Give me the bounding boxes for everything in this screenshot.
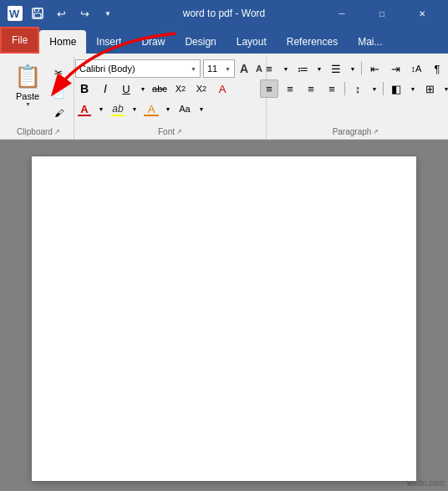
tab-file[interactable]: File <box>0 27 39 54</box>
para-separator2 <box>344 82 345 95</box>
svg-rect-4 <box>34 13 41 18</box>
font-label: Font ↗ <box>158 125 182 139</box>
tab-insert[interactable]: Insert <box>86 30 131 54</box>
paragraph-label: Paragraph ↗ <box>333 125 379 139</box>
align-left-button[interactable]: ≡ <box>260 79 278 98</box>
paragraph-expand-icon[interactable]: ↗ <box>373 128 379 136</box>
font-grow-button[interactable]: A <box>237 60 251 77</box>
numbered-list-dropdown[interactable]: ▼ <box>314 59 324 78</box>
font-name-dropdown-icon: ▼ <box>191 66 196 72</box>
copy-button[interactable]: 📄 <box>48 84 69 102</box>
title-bar: W ↩ ↪ ▼ word to pdf - Word ─ □ ✕ <box>0 0 448 27</box>
cut-button[interactable]: ✂ <box>48 64 69 82</box>
paste-icon: 📋 <box>14 64 41 90</box>
shading-button[interactable]: ◧ <box>387 79 405 98</box>
bullet-list-dropdown[interactable]: ▼ <box>281 59 291 78</box>
svg-rect-5 <box>35 9 38 12</box>
title-bar-controls: ─ □ ✕ <box>323 0 441 27</box>
case-button[interactable]: Aa <box>176 100 194 118</box>
clipboard-section: 📋 Paste ▼ ✂ 📄 🖌 Clipboard ↗ <box>3 57 74 139</box>
font-size-select[interactable]: 11 ▼ <box>203 59 235 78</box>
tab-mailings[interactable]: Mai... <box>348 30 392 54</box>
align-center-button[interactable]: ≡ <box>281 79 299 98</box>
italic-button[interactable]: I <box>96 79 115 98</box>
font-expand-icon[interactable]: ↗ <box>176 128 182 136</box>
document-page[interactable] <box>32 156 416 481</box>
underline-button[interactable]: U <box>117 79 135 98</box>
word-icon: W <box>7 5 23 22</box>
show-marks-button[interactable]: ¶ <box>428 59 446 78</box>
case-dropdown[interactable]: ▼ <box>196 100 206 118</box>
tab-layout[interactable]: Layout <box>227 30 277 54</box>
highlight-dropdown[interactable]: ▼ <box>130 100 140 118</box>
font-format-row: B I U ▼ abc X2 X2 A <box>75 79 265 98</box>
clipboard-small-buttons: ✂ 📄 🖌 <box>48 60 69 122</box>
format-painter-button[interactable]: 🖌 <box>48 104 69 122</box>
tab-references[interactable]: References <box>277 30 348 54</box>
font-name-row: Calibri (Body) ▼ 11 ▼ A A <box>75 59 265 78</box>
align-right-button[interactable]: ≡ <box>302 79 320 98</box>
tab-home[interactable]: Home <box>39 30 86 54</box>
para-sort-button[interactable]: ↕A <box>407 59 425 78</box>
superscript-button[interactable]: X2 <box>192 79 211 98</box>
borders-button[interactable]: ⊞ <box>420 79 439 98</box>
decrease-indent-button[interactable]: ⇤ <box>365 59 384 78</box>
shading-dropdown[interactable]: ▼ <box>408 79 418 98</box>
increase-indent-button[interactable]: ⇥ <box>386 59 405 78</box>
clipboard-expand-icon[interactable]: ↗ <box>54 128 60 136</box>
para-separator1 <box>361 62 362 75</box>
font-color-dropdown[interactable]: ▼ <box>96 100 106 118</box>
font-color-row: A ▼ ab ▼ A ▼ Aa ▼ <box>75 100 265 118</box>
svg-text:W: W <box>9 8 20 20</box>
multilevel-list-dropdown[interactable]: ▼ <box>348 59 358 78</box>
numbered-list-button[interactable]: ≔ <box>293 59 312 78</box>
tab-draw[interactable]: Draw <box>131 30 175 54</box>
font-controls: Calibri (Body) ▼ 11 ▼ A A B I U ▼ <box>75 57 265 125</box>
multilevel-list-button[interactable]: ☰ <box>327 59 345 78</box>
highlight-button[interactable]: ab <box>109 100 127 118</box>
font-section: Calibri (Body) ▼ 11 ▼ A A B I U ▼ <box>74 57 267 139</box>
close-button[interactable]: ✕ <box>403 0 441 27</box>
para-separator3 <box>383 82 384 95</box>
restore-button[interactable]: □ <box>363 0 401 27</box>
font-size-dropdown-icon: ▼ <box>225 66 231 72</box>
ribbon-tabs: File Home Insert Draw Design Layout Refe… <box>0 27 448 54</box>
subscript-button[interactable]: X2 <box>171 79 190 98</box>
title-bar-left: W ↩ ↪ ▼ <box>7 4 117 23</box>
watermark: wxdn.com <box>407 478 445 488</box>
ribbon-toolbar: 📋 Paste ▼ ✂ 📄 🖌 Clipboard ↗ <box>0 54 448 140</box>
customize-quick-access-button[interactable]: ▼ <box>99 4 117 23</box>
align-justify-button[interactable]: ≡ <box>323 79 341 98</box>
para-row3 <box>260 100 448 116</box>
paragraph-controls: ≡ ▼ ≔ ▼ ☰ ▼ ⇤ ⇥ ↕A ¶ ≡ ≡ ≡ ≡ <box>260 57 448 125</box>
font-color-button[interactable]: A <box>75 100 94 118</box>
save-button[interactable] <box>28 4 47 23</box>
para-row2: ≡ ≡ ≡ ≡ ↕ ▼ ◧ ▼ ⊞ ▼ <box>260 79 448 98</box>
clear-format-button[interactable]: A <box>213 79 232 98</box>
minimize-button[interactable]: ─ <box>323 0 361 27</box>
paragraph-section: ≡ ▼ ≔ ▼ ☰ ▼ ⇤ ⇥ ↕A ¶ ≡ ≡ ≡ ≡ <box>267 57 445 139</box>
para-row1: ≡ ▼ ≔ ▼ ☰ ▼ ⇤ ⇥ ↕A ¶ <box>260 59 448 78</box>
line-spacing-dropdown[interactable]: ▼ <box>369 79 379 98</box>
paste-button[interactable]: 📋 Paste ▼ <box>8 60 47 110</box>
font-name-select[interactable]: Calibri (Body) ▼ <box>75 59 201 78</box>
clipboard-content: 📋 Paste ▼ ✂ 📄 🖌 <box>8 57 69 125</box>
strikethrough-button[interactable]: abc <box>150 79 169 98</box>
paste-dropdown[interactable]: ▼ <box>25 101 31 107</box>
underline-dropdown[interactable]: ▼ <box>138 79 148 98</box>
tab-design[interactable]: Design <box>175 30 226 54</box>
text-color-dropdown[interactable]: ▼ <box>163 100 173 118</box>
borders-dropdown[interactable]: ▼ <box>441 79 448 98</box>
bold-button[interactable]: B <box>75 79 94 98</box>
undo-button[interactable]: ↩ <box>52 4 70 23</box>
paste-label: Paste <box>16 91 39 101</box>
redo-button[interactable]: ↪ <box>75 4 94 23</box>
clipboard-label: Clipboard ↗ <box>17 125 60 139</box>
line-spacing-button[interactable]: ↕ <box>349 79 367 98</box>
document-area <box>0 140 448 491</box>
text-color-button[interactable]: A <box>142 100 160 118</box>
bullet-list-button[interactable]: ≡ <box>260 59 278 78</box>
